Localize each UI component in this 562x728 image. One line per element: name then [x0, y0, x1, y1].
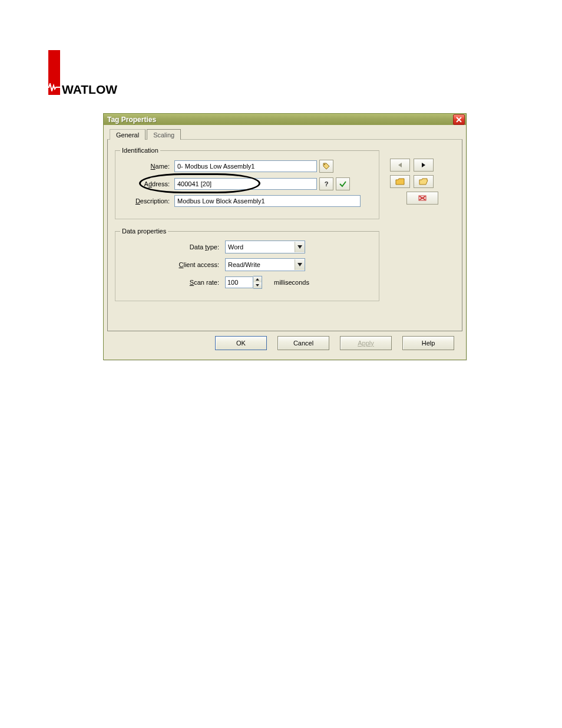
clientaccess-label: Client access: [120, 261, 223, 268]
close-icon [456, 117, 462, 123]
back-icon [397, 162, 403, 168]
name-input[interactable]: 0- Modbus Low Assembly1 [174, 160, 317, 172]
clientaccess-select[interactable]: Read/Write [225, 258, 305, 271]
scanrate-spinner[interactable]: 100 [225, 276, 262, 289]
titlebar: Tag Properties [104, 114, 466, 125]
scanrate-spin-buttons[interactable] [253, 276, 262, 289]
brand-logo: WATLOW [44, 50, 127, 97]
ok-button[interactable]: OK [215, 336, 267, 350]
chevron-down-icon [295, 242, 305, 252]
tag-properties-dialog: Tag Properties General Scaling Identific… [103, 113, 467, 360]
tabstrip: General Scaling [110, 129, 462, 139]
datatype-label: Data type: [120, 243, 223, 251]
nav-folder-new-button[interactable] [390, 175, 410, 188]
address-ok-button[interactable] [336, 177, 350, 190]
logo-red-bar [48, 50, 60, 95]
address-help-button[interactable]: ? [319, 177, 333, 190]
scanrate-unit: milliseconds [274, 279, 309, 286]
identification-group: Identification Name: 0- Modbus Low Assem… [115, 147, 379, 219]
spin-up-icon[interactable] [253, 276, 262, 282]
svg-marker-5 [297, 263, 302, 266]
tab-scaling[interactable]: Scaling [147, 129, 181, 140]
svg-marker-4 [297, 245, 302, 249]
window-title: Tag Properties [107, 116, 156, 124]
chevron-down-icon [295, 259, 305, 270]
nav-prev-button[interactable] [390, 159, 410, 172]
help-button[interactable]: Help [402, 336, 454, 350]
address-input[interactable]: 400041 [20] [174, 178, 317, 190]
tab-panel-general: Identification Name: 0- Modbus Low Assem… [107, 139, 462, 331]
description-input[interactable]: Modbus Low Block Assembly1 [174, 195, 361, 207]
svg-marker-7 [256, 284, 259, 286]
datatype-value: Word [228, 243, 243, 251]
folder-open-icon [419, 178, 428, 185]
nav-button-column [386, 147, 455, 312]
name-hint-button[interactable] [319, 160, 333, 173]
apply-button[interactable]: Apply [340, 336, 392, 350]
tab-general[interactable]: General [110, 129, 146, 140]
folder-new-icon [395, 178, 405, 185]
scanrate-label: Scan rate: [120, 279, 223, 286]
delete-icon [418, 195, 427, 202]
clientaccess-value: Read/Write [228, 261, 260, 268]
svg-point-2 [324, 164, 325, 165]
check-icon [339, 180, 347, 188]
nav-delete-button[interactable] [406, 192, 438, 205]
tag-icon [322, 162, 330, 170]
play-icon [421, 162, 427, 168]
brand-name: WATLOW [62, 83, 117, 97]
spin-down-icon[interactable] [253, 282, 262, 288]
data-properties-group: Data properties Data type: Word [115, 228, 379, 301]
svg-marker-9 [422, 163, 425, 167]
svg-text:?: ? [325, 180, 329, 187]
data-properties-legend: Data properties [120, 228, 168, 235]
name-label: Name: [120, 163, 172, 170]
help-icon: ? [323, 180, 330, 187]
cancel-button[interactable]: Cancel [277, 336, 329, 350]
nav-next-button[interactable] [414, 159, 434, 172]
svg-marker-8 [398, 163, 402, 167]
svg-marker-6 [256, 278, 259, 281]
datatype-select[interactable]: Word [225, 241, 305, 253]
address-label: Address: [120, 180, 172, 187]
nav-folder-open-button[interactable] [414, 175, 434, 188]
dialog-button-bar: OK Cancel Apply Help [107, 331, 462, 354]
description-label: Description: [120, 197, 172, 205]
identification-legend: Identification [120, 147, 160, 154]
scanrate-input[interactable]: 100 [225, 276, 253, 288]
window-close-button[interactable] [453, 114, 465, 125]
